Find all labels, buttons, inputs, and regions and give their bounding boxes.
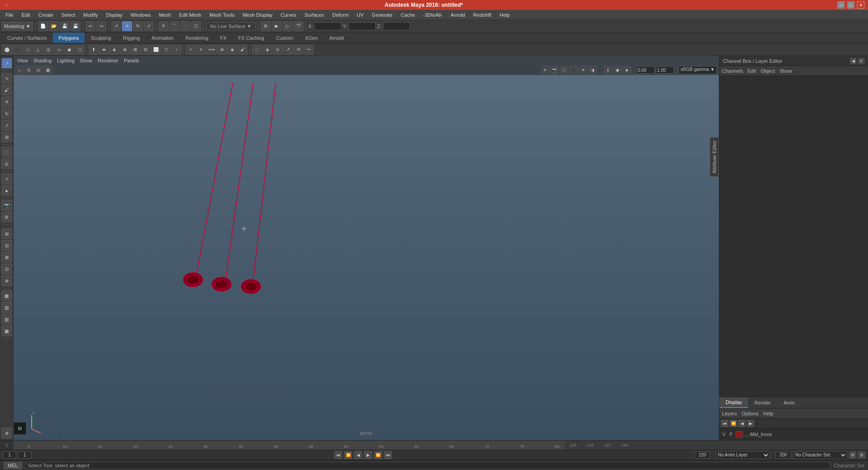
undo-button[interactable]: ↩ — [85, 21, 95, 31]
script-mode-button[interactable]: MEL — [4, 462, 22, 469]
menu-display[interactable]: Display — [103, 11, 126, 19]
vp-heads-up-button[interactable]: ℹ — [604, 66, 612, 74]
move-tool-left-button[interactable]: ✛ — [1, 96, 12, 107]
vp-aa-button[interactable]: ◈ — [623, 66, 631, 74]
paint-select-button[interactable]: 🖌 — [1, 85, 12, 95]
playback-options-button[interactable]: ⚙ — [858, 451, 865, 459]
snap-grid-button[interactable]: # — [159, 21, 169, 31]
vp-grid-button[interactable]: # — [541, 66, 549, 74]
poly-sphere-button[interactable]: ⬤ — [2, 45, 12, 55]
tab-fx[interactable]: FX — [215, 33, 232, 43]
frame-end-input[interactable] — [694, 451, 710, 459]
menu-deform[interactable]: Deform — [329, 11, 352, 19]
menu-file[interactable]: File — [2, 11, 17, 19]
layers-menu-layers[interactable]: Layers — [722, 411, 737, 416]
layer-bar-btn5[interactable]: ⊕ — [1, 275, 12, 286]
menu-generate[interactable]: Generate — [368, 11, 396, 19]
jump-end-button[interactable]: ⏭ — [384, 451, 392, 459]
lasso-select-button[interactable]: ∿ — [1, 73, 12, 84]
poly-plane-button[interactable]: ▭ — [54, 45, 64, 55]
layer-bar-btn6[interactable]: ▦ — [1, 290, 12, 301]
vp-texture-button[interactable]: ⬛ — [570, 66, 578, 74]
append-poly-button[interactable]: + — [186, 45, 196, 55]
vp-float2-input[interactable] — [656, 66, 674, 74]
panel-collapse-button[interactable]: ◀ — [850, 58, 856, 64]
select-mode-button[interactable]: ↗ — [1, 58, 12, 69]
poly-cone-button[interactable]: △ — [33, 45, 43, 55]
layer-bar-btn9[interactable]: ▩ — [1, 325, 12, 336]
move-tool-button[interactable]: ✛ — [122, 21, 132, 31]
layer-rewind-button[interactable]: ⏮ — [721, 420, 728, 427]
layer-bar-btn4[interactable]: ⊡ — [1, 263, 12, 274]
fill-hole-button[interactable]: ⬜ — [151, 45, 161, 55]
poly-torus-button[interactable]: ◎ — [43, 45, 53, 55]
tab-polygons[interactable]: Polygons — [53, 33, 84, 43]
layer-step-back-button[interactable]: ⏪ — [730, 420, 737, 427]
nonlinear-button[interactable]: ↗ — [283, 45, 293, 55]
paint-button[interactable]: ▲ — [1, 185, 12, 196]
menu-select[interactable]: Select — [58, 11, 79, 19]
tab-xgen[interactable]: XGen — [299, 33, 323, 43]
vp-home-button[interactable]: ⌂ — [15, 66, 24, 74]
bevel-button[interactable]: ◈ — [109, 45, 119, 55]
frame-start-input[interactable] — [3, 451, 16, 459]
char-set-options-button[interactable]: ⚙ — [849, 451, 856, 459]
menu-mesh-display[interactable]: Mesh Display — [239, 11, 276, 19]
vp-menu-panels[interactable]: Panels — [124, 58, 139, 63]
rotate-tool-button[interactable]: ↻ — [133, 21, 143, 31]
poly-disc-button[interactable]: ◉ — [64, 45, 74, 55]
poly-platonic-button[interactable]: ⬡ — [75, 45, 85, 55]
tab-rigging[interactable]: Rigging — [118, 33, 145, 43]
layer-bar-btn3[interactable]: ⊠ — [1, 252, 12, 263]
timeline[interactable]: 1 5 10 15 20 25 30 35 40 45 50 55 60 65 … — [0, 440, 868, 450]
no-live-surface[interactable]: No Live Surface ▼ — [206, 22, 256, 30]
lattice-button[interactable]: ⬗ — [262, 45, 272, 55]
render-settings-button[interactable]: ⚙ — [261, 21, 271, 31]
disp-tab-anim[interactable]: Anim — [777, 397, 801, 408]
menu-arnold[interactable]: Arnold — [447, 11, 469, 19]
gamma-dropdown[interactable]: sRGB gamma ▼ — [679, 66, 717, 74]
select-tool-button[interactable]: ↗ — [111, 21, 121, 31]
vp-ao-button[interactable]: ◉ — [613, 66, 622, 74]
display-settings-button[interactable]: ⚙ — [1, 212, 12, 222]
menu-create[interactable]: Create — [35, 11, 57, 19]
menu-mesh[interactable]: Mesh — [155, 11, 175, 19]
vp-shadow-button[interactable]: ◑ — [589, 66, 597, 74]
render-button[interactable]: ▶ — [272, 21, 282, 31]
poly-cylinder-button[interactable]: ⬭ — [23, 45, 33, 55]
vp-lighting-button[interactable]: ☀ — [579, 66, 587, 74]
layer-bar-btn1[interactable]: ⊞ — [1, 228, 12, 239]
tab-fx-caching[interactable]: FX Caching — [233, 33, 269, 43]
play-forward-button[interactable]: ▶ — [364, 451, 372, 459]
minimize-button[interactable]: ─ — [837, 1, 844, 9]
bridge-button[interactable]: ⬌ — [99, 45, 109, 55]
play-back-button[interactable]: ◀ — [354, 451, 362, 459]
layer-bar-btn7[interactable]: ▧ — [1, 302, 12, 313]
menu-edit-mesh[interactable]: Edit Mesh — [175, 11, 205, 19]
ch-menu-edit[interactable]: Edit — [747, 68, 756, 74]
menu-help[interactable]: Help — [496, 11, 514, 19]
disp-tab-display[interactable]: Display — [719, 397, 748, 408]
snap-surface-button[interactable]: ⬡ — [191, 21, 201, 31]
vp-menu-shading[interactable]: Shading — [33, 58, 52, 63]
wire-button[interactable]: 〜 — [304, 45, 314, 55]
panel-close-button[interactable]: ✕ — [858, 58, 864, 64]
vp-menu-renderer[interactable]: Renderer — [98, 58, 118, 63]
y-input[interactable] — [349, 22, 376, 30]
layers-menu-help[interactable]: Help — [763, 411, 774, 416]
wrap-button[interactable]: ⟲ — [293, 45, 303, 55]
soft-mod-button[interactable]: ◌ — [252, 45, 262, 55]
vp-float1-input[interactable] — [637, 66, 655, 74]
menu-redshift[interactable]: Redshift — [470, 11, 495, 19]
menu-edit[interactable]: Edit — [18, 11, 34, 19]
connect-button[interactable]: ⊛ — [217, 45, 227, 55]
ipr-button[interactable]: ▷ — [283, 21, 292, 31]
redo-button[interactable]: ↪ — [96, 21, 106, 31]
workspace-dropdown[interactable]: Modeling ▼ — [2, 22, 33, 31]
tab-arnold[interactable]: Arnold — [324, 33, 349, 43]
layer-bar-btn8[interactable]: ▨ — [1, 314, 12, 324]
char-set-select[interactable]: No Character Set — [793, 451, 847, 459]
combine-button[interactable]: ⊞ — [130, 45, 140, 55]
soft-select-button[interactable]: ◌ — [1, 146, 12, 157]
layer-item[interactable]: V P ....Mid_Irons — [719, 429, 868, 439]
